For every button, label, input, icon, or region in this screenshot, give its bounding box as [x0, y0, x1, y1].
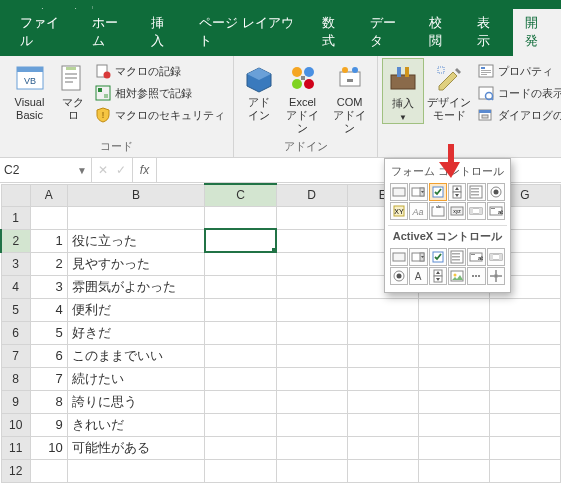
cancel-formula-button[interactable]: ✕	[98, 163, 108, 177]
row-header-10[interactable]: 10	[1, 413, 30, 436]
row-header-9[interactable]: 9	[1, 390, 30, 413]
excel-addins-button[interactable]: Excel アドイン	[279, 58, 326, 136]
form-control-button[interactable]	[390, 183, 408, 201]
cell-A10[interactable]: 9	[30, 413, 67, 436]
activex-control-button[interactable]	[390, 248, 408, 266]
row-header-2[interactable]: 2	[1, 229, 30, 252]
cell-G5[interactable]	[489, 298, 560, 321]
cell-D12[interactable]	[276, 459, 347, 482]
view-code-button[interactable]: コードの表示	[474, 82, 561, 104]
cell-G6[interactable]	[489, 321, 560, 344]
cell-A8[interactable]: 7	[30, 367, 67, 390]
run-dialog-button[interactable]: ダイアログの実行	[474, 104, 561, 126]
activex-control-option[interactable]	[390, 267, 408, 285]
tab-view[interactable]: 表示	[465, 9, 513, 56]
activex-control-list[interactable]	[448, 248, 466, 266]
cell-C6[interactable]	[205, 321, 276, 344]
cell-C1[interactable]	[205, 206, 276, 229]
form-control-list[interactable]	[467, 183, 485, 201]
cell-G10[interactable]	[489, 413, 560, 436]
cell-C3[interactable]	[205, 252, 276, 275]
cell-F11[interactable]	[418, 436, 489, 459]
col-header-A[interactable]: A	[30, 184, 67, 206]
form-control-textbox[interactable]: ab	[487, 202, 505, 220]
form-control-option[interactable]	[487, 183, 505, 201]
enter-formula-button[interactable]: ✓	[116, 163, 126, 177]
activex-control-more[interactable]	[467, 267, 485, 285]
cell-F10[interactable]	[418, 413, 489, 436]
cell-A6[interactable]: 5	[30, 321, 67, 344]
cell-F12[interactable]	[418, 459, 489, 482]
row-header-7[interactable]: 7	[1, 344, 30, 367]
cell-B10[interactable]: きれいだ	[67, 413, 205, 436]
cell-E7[interactable]	[347, 344, 418, 367]
tab-review[interactable]: 校閲	[417, 9, 465, 56]
insert-control-button[interactable]: 挿入▼	[382, 58, 424, 124]
activex-control-scroll[interactable]	[487, 248, 505, 266]
cell-B3[interactable]: 見やすかった	[67, 252, 205, 275]
cell-D5[interactable]	[276, 298, 347, 321]
cell-D10[interactable]	[276, 413, 347, 436]
cell-C5[interactable]	[205, 298, 276, 321]
cell-A9[interactable]: 8	[30, 390, 67, 413]
row-header-12[interactable]: 12	[1, 459, 30, 482]
tab-file[interactable]: ファイル	[8, 9, 80, 56]
cell-D9[interactable]	[276, 390, 347, 413]
form-control-xyz[interactable]: xyz	[448, 202, 466, 220]
cell-D4[interactable]	[276, 275, 347, 298]
cell-C9[interactable]	[205, 390, 276, 413]
activex-control-image[interactable]	[448, 267, 466, 285]
row-header-11[interactable]: 11	[1, 436, 30, 459]
relative-ref-button[interactable]: 相対参照で記録	[91, 82, 229, 104]
cell-E10[interactable]	[347, 413, 418, 436]
cell-B4[interactable]: 雰囲気がよかった	[67, 275, 205, 298]
cell-A4[interactable]: 3	[30, 275, 67, 298]
com-addins-button[interactable]: COM アドイン	[326, 58, 373, 136]
cell-A11[interactable]: 10	[30, 436, 67, 459]
cell-F7[interactable]	[418, 344, 489, 367]
cell-D1[interactable]	[276, 206, 347, 229]
col-header-D[interactable]: D	[276, 184, 347, 206]
activex-control-A[interactable]: A	[409, 267, 427, 285]
cell-B8[interactable]: 続けたい	[67, 367, 205, 390]
cell-G11[interactable]	[489, 436, 560, 459]
cell-C7[interactable]	[205, 344, 276, 367]
cell-G12[interactable]	[489, 459, 560, 482]
cell-C4[interactable]	[205, 275, 276, 298]
cell-A7[interactable]: 6	[30, 344, 67, 367]
cell-A1[interactable]	[30, 206, 67, 229]
cell-B7[interactable]: このままでいい	[67, 344, 205, 367]
cell-D6[interactable]	[276, 321, 347, 344]
cell-E5[interactable]	[347, 298, 418, 321]
design-mode-button[interactable]: デザイン モード	[424, 58, 474, 122]
cell-A3[interactable]: 2	[30, 252, 67, 275]
name-box[interactable]: C2 ▼	[0, 158, 92, 182]
row-header-5[interactable]: 5	[1, 298, 30, 321]
row-header-1[interactable]: 1	[1, 206, 30, 229]
row-header-3[interactable]: 3	[1, 252, 30, 275]
activex-control-tools[interactable]	[487, 267, 505, 285]
col-header-C[interactable]: C	[205, 184, 276, 206]
record-macro-button[interactable]: マクロの記録	[91, 60, 229, 82]
properties-button[interactable]: プロパティ	[474, 60, 561, 82]
cell-B1[interactable]	[67, 206, 205, 229]
form-control-combo[interactable]	[409, 183, 427, 201]
name-box-dropdown-icon[interactable]: ▼	[77, 165, 87, 176]
cell-D3[interactable]	[276, 252, 347, 275]
tab-home[interactable]: ホーム	[80, 9, 140, 56]
cell-G9[interactable]	[489, 390, 560, 413]
cell-D2[interactable]	[276, 229, 347, 252]
fx-icon[interactable]: fx	[133, 158, 157, 182]
activex-control-combo[interactable]	[409, 248, 427, 266]
cell-C8[interactable]	[205, 367, 276, 390]
select-all-button[interactable]	[1, 184, 30, 206]
activex-control-textbox[interactable]: ab	[467, 248, 485, 266]
form-control-spin[interactable]	[448, 183, 466, 201]
cell-A5[interactable]: 4	[30, 298, 67, 321]
cell-C11[interactable]	[205, 436, 276, 459]
cell-C2[interactable]	[205, 229, 276, 252]
cell-E11[interactable]	[347, 436, 418, 459]
cell-B11[interactable]: 可能性がある	[67, 436, 205, 459]
cell-E8[interactable]	[347, 367, 418, 390]
form-control-groupbox[interactable]: ab	[429, 202, 447, 220]
